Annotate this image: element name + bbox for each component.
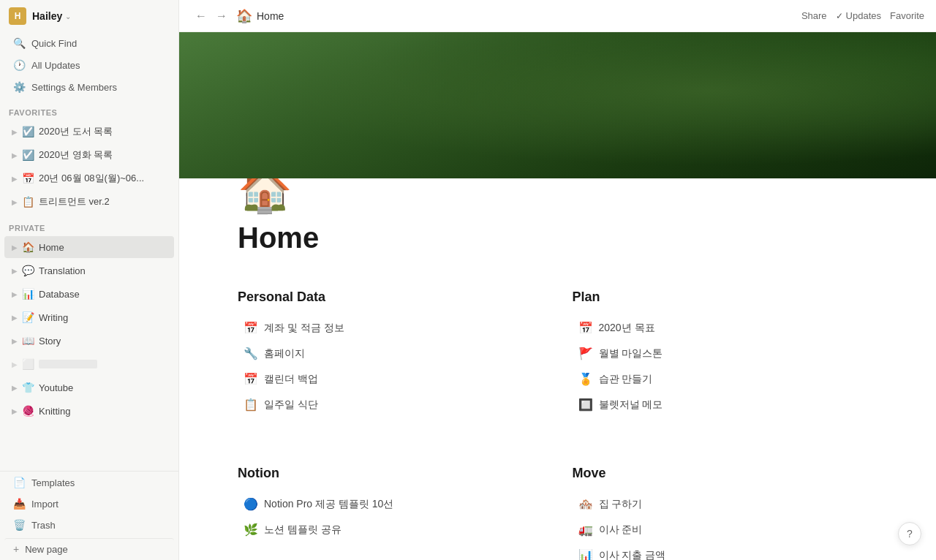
- link-milestone[interactable]: 🚩 월별 마일스톤: [573, 342, 878, 365]
- private-label-blank: [39, 360, 97, 368]
- private-label-home: Home: [39, 242, 64, 253]
- link-goal[interactable]: 📅 2020년 목표: [573, 317, 878, 339]
- link-account[interactable]: 📅 계좌 및 적금 정보: [238, 317, 543, 339]
- link-bullet[interactable]: 🔲 불렛저널 메모: [573, 393, 878, 416]
- new-page-item[interactable]: + New page: [4, 538, 174, 559]
- link-label: 계좌 및 적금 정보: [264, 322, 344, 335]
- link-icon: 🔲: [578, 398, 593, 412]
- database-icon: 📊: [22, 288, 34, 300]
- all-updates-label: All Updates: [31, 60, 80, 71]
- private-item-youtube[interactable]: ▶ 👕 Youtube: [4, 377, 174, 398]
- private-section-label: PRIVATE: [0, 213, 178, 235]
- expand-icon: ▶: [7, 357, 22, 371]
- link-calendar[interactable]: 📅 캘린더 백업: [238, 368, 543, 390]
- link-habit[interactable]: 🏅 습관 만들기: [573, 368, 878, 390]
- home-icon: 🏠: [22, 241, 34, 253]
- private-item-database[interactable]: ▶ 📊 Database: [4, 283, 174, 305]
- link-moving-cost[interactable]: 📊 이사 지출 금액: [573, 544, 878, 560]
- link-icon: 🔵: [244, 497, 258, 511]
- workspace-header[interactable]: H Hailey ⌄: [0, 0, 178, 32]
- link-icon: 🏘️: [578, 497, 593, 511]
- fav-icon-3: 📋: [22, 196, 34, 208]
- trash-item[interactable]: 🗑️ Trash: [4, 515, 174, 535]
- fav-icon-1: ☑️: [22, 149, 34, 161]
- breadcrumb-label: Home: [257, 10, 284, 22]
- private-item-knitting[interactable]: ▶ 🧶 Knitting: [4, 400, 174, 422]
- private-label-knitting: Knitting: [39, 406, 70, 417]
- link-label: 노션 템플릿 공유: [264, 523, 341, 537]
- templates-icon: 📄: [13, 477, 26, 488]
- content-body: Personal Data 📅 계좌 및 적금 정보 🔧 홈페이지 📅 캘린더 …: [179, 272, 936, 560]
- plan-title: Plan: [573, 290, 878, 305]
- personal-data-title: Personal Data: [238, 290, 543, 305]
- move-title: Move: [573, 466, 878, 481]
- plus-icon: +: [13, 543, 19, 555]
- page-header: 🏠 Home: [179, 178, 936, 254]
- private-item-writing[interactable]: ▶ 📝 Writing: [4, 306, 174, 328]
- expand-icon: ▶: [7, 124, 22, 139]
- private-label-translation: Translation: [39, 265, 86, 276]
- private-item-translation[interactable]: ▶ 💬 Translation: [4, 260, 174, 281]
- workspace-icon: H: [9, 7, 26, 25]
- back-button[interactable]: ←: [191, 7, 211, 26]
- fav-label-1: 2020년 영화 목록: [39, 148, 113, 162]
- private-item-story[interactable]: ▶ 📖 Story: [4, 330, 174, 352]
- private-label-story: Story: [39, 336, 61, 347]
- import-item[interactable]: 📥 Import: [4, 493, 174, 514]
- link-notion-template[interactable]: 🌿 노션 템플릿 공유: [238, 518, 543, 541]
- workspace-chevron-icon: ⌄: [65, 12, 71, 20]
- link-notion-pro[interactable]: 🔵 Notion Pro 제공 템플릿 10선: [238, 493, 543, 515]
- page-content: 🏠 Home Personal Data 📅 계좌 및 적금 정보 🔧 홈페이지: [179, 32, 936, 560]
- link-icon: 🌿: [244, 523, 258, 537]
- topbar: ← → 🏠 Home Share ✓ Updates Favorite: [179, 0, 936, 32]
- link-homepage[interactable]: 🔧 홈페이지: [238, 342, 543, 365]
- link-meal[interactable]: 📋 일주일 식단: [238, 393, 543, 416]
- trash-label: Trash: [31, 520, 56, 531]
- link-label: 습관 만들기: [599, 373, 653, 386]
- private-item-home[interactable]: ▶ 🏠 Home: [4, 236, 174, 258]
- forward-button[interactable]: →: [211, 7, 232, 26]
- link-icon: 📅: [244, 372, 258, 386]
- link-label: Notion Pro 제공 템플릿 10선: [264, 498, 393, 511]
- favorites-section-label: FAVORITES: [0, 98, 178, 120]
- clock-icon: 🕐: [13, 59, 26, 71]
- private-item-blank[interactable]: ▶ ⬜: [4, 353, 174, 375]
- link-label: 불렛저널 메모: [599, 398, 663, 412]
- expand-icon: ▶: [7, 380, 22, 395]
- expand-icon: ▶: [7, 287, 22, 301]
- youtube-icon: 👕: [22, 382, 34, 393]
- link-find-house[interactable]: 🏘️ 집 구하기: [573, 493, 878, 515]
- settings-item[interactable]: ⚙️ Settings & Members: [4, 77, 174, 97]
- fav-item-3[interactable]: ▶ 📋 트리트먼트 ver.2: [4, 191, 174, 213]
- help-button[interactable]: ?: [898, 522, 921, 545]
- writing-icon: 📝: [22, 311, 34, 323]
- import-icon: 📥: [13, 498, 26, 510]
- expand-icon: ▶: [7, 194, 22, 209]
- all-updates-item[interactable]: 🕐 All Updates: [4, 55, 174, 75]
- expand-icon: ▶: [7, 404, 22, 418]
- link-label: 월별 마일스톤: [599, 347, 663, 360]
- share-button[interactable]: Share: [801, 10, 827, 21]
- check-icon: ✓: [836, 11, 843, 21]
- notion-section: Notion 🔵 Notion Pro 제공 템플릿 10선 🌿 노션 템플릿 …: [238, 448, 543, 560]
- link-icon: 📋: [244, 398, 258, 412]
- expand-icon: ▶: [7, 148, 22, 162]
- trash-icon: 🗑️: [13, 519, 26, 531]
- link-icon: 🔧: [244, 347, 258, 360]
- workspace-name: Hailey: [32, 10, 62, 22]
- quick-find-item[interactable]: 🔍 Quick Find: [4, 33, 174, 53]
- templates-item[interactable]: 📄 Templates: [4, 472, 174, 493]
- link-icon: 🚛: [578, 523, 593, 537]
- link-moving-prep[interactable]: 🚛 이사 준비: [573, 518, 878, 541]
- import-label: Import: [31, 499, 58, 510]
- link-label: 이사 지출 금액: [599, 549, 666, 561]
- updates-button[interactable]: ✓ Updates: [836, 10, 881, 21]
- fav-icon-2: 📅: [22, 173, 34, 184]
- fav-label-3: 트리트먼트 ver.2: [39, 195, 110, 208]
- favorite-button[interactable]: Favorite: [890, 10, 924, 21]
- cover-image: [179, 32, 936, 178]
- link-label: 집 구하기: [599, 498, 643, 511]
- fav-item-0[interactable]: ▶ ☑️ 2020년 도서 목록: [4, 121, 174, 143]
- fav-item-1[interactable]: ▶ ☑️ 2020년 영화 목록: [4, 144, 174, 166]
- fav-item-2[interactable]: ▶ 📅 20년 06월 08일(월)~06...: [4, 167, 174, 189]
